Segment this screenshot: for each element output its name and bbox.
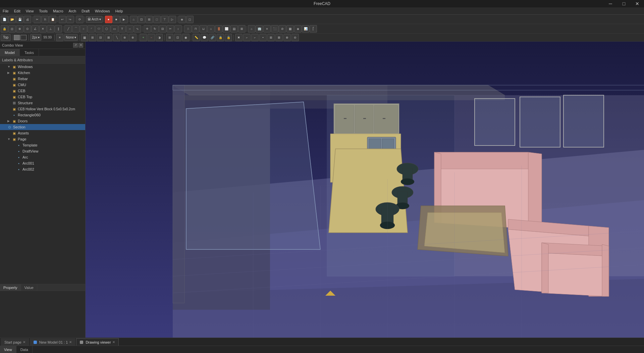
view-selection-button[interactable]: ⊞ [146, 16, 153, 23]
bspline-button[interactable]: ∿ [134, 25, 141, 33]
snap-center-button[interactable]: ⊙ [24, 25, 31, 33]
tree-item-ceb[interactable]: ▶ ▣ CEB [0, 88, 85, 94]
tab-close-icon[interactable]: ✕ [112, 340, 115, 344]
ungroup-button[interactable]: ⊠ [275, 34, 283, 41]
menu-view[interactable]: View [23, 7, 37, 14]
combo-close-button[interactable]: ✕ [78, 43, 83, 48]
offset-button[interactable]: ⊟ [159, 25, 166, 33]
space-button[interactable]: ⬛ [271, 25, 278, 33]
menu-file[interactable]: File [0, 7, 11, 14]
menu-edit[interactable]: Edit [11, 7, 23, 14]
measure-button[interactable]: 📏 [193, 34, 200, 41]
pipe-button[interactable]: ⎡ [310, 25, 317, 33]
snap-perp-button[interactable]: ⊥ [47, 25, 54, 33]
tab-data[interactable]: Data [16, 346, 33, 353]
save-file-button[interactable]: 💾 [16, 16, 23, 23]
view-fit-button[interactable]: ⊡ [138, 16, 145, 23]
elevation-button[interactable]: ⊠ [105, 34, 112, 41]
tree-item-ceb-top[interactable]: ▶ ▣ CEB Top [0, 94, 85, 100]
tree-item-rect060[interactable]: ▶ ▪ Rectangle060 [0, 112, 85, 118]
snap-endpoint-button[interactable]: ◎ [8, 25, 16, 33]
menu-draft[interactable]: Draft [79, 7, 92, 14]
paste-button[interactable]: 📋 [49, 16, 56, 23]
roof-button[interactable]: ⌂ [207, 25, 215, 33]
draft-slope-button[interactable]: ╲ [113, 34, 120, 41]
floor-button[interactable]: ⊔ [200, 25, 207, 33]
execute-macro-button[interactable]: ▶ [120, 16, 128, 23]
tab-view[interactable]: View [0, 346, 16, 353]
refresh-button[interactable]: ⟳ [76, 16, 84, 23]
tab-close-icon[interactable]: ✕ [23, 340, 25, 344]
close-button[interactable]: ✕ [631, 0, 644, 7]
color-swatch-1[interactable] [14, 35, 20, 40]
snap-angle-button[interactable]: ∠ [32, 25, 39, 33]
material-button[interactable]: ◈ [294, 25, 302, 33]
door-button[interactable]: 🚪 [215, 25, 222, 33]
maximize-button[interactable]: □ [617, 0, 631, 7]
tree-item-template[interactable]: ▶ ▪ Template [0, 142, 85, 148]
tab-value[interactable]: Value [21, 284, 37, 291]
draw-style-dropdown[interactable]: None ▾ [64, 34, 78, 41]
menu-windows[interactable]: Windows [92, 7, 113, 14]
zoom-out-button[interactable]: ⊖ [291, 34, 299, 41]
tree-item-draftview[interactable]: ▶ ▪ DraftView [0, 148, 85, 154]
tab-start-page[interactable]: Start page ✕ [1, 338, 29, 346]
minimize-button[interactable]: ─ [604, 0, 617, 7]
constraint-button[interactable]: 🔗 [209, 34, 216, 41]
menu-macro[interactable]: Macro [50, 7, 66, 14]
structure-button[interactable]: ⊓ [192, 25, 199, 33]
arc-button[interactable]: ◜ [88, 25, 95, 33]
line-width-dropdown[interactable]: 2px ▾ [30, 34, 41, 41]
snap-end-button[interactable]: ◉ [182, 34, 190, 41]
toggle-display-button[interactable]: ◑ [156, 34, 163, 41]
tree-item-doors[interactable]: ▶ ▣ Doors [0, 118, 85, 124]
building-button[interactable]: 🏢 [256, 25, 263, 33]
snap-lock-button[interactable]: 🔒 [1, 25, 8, 33]
wall-edit-button[interactable]: ▦ [81, 34, 88, 41]
view-perspective-button[interactable]: ◈ [178, 16, 186, 23]
ellipse-button[interactable]: ⬭ [95, 25, 103, 33]
circle-button[interactable]: ○ [80, 25, 87, 33]
section-edit-button[interactable]: ⊟ [97, 34, 104, 41]
tab-close-icon[interactable]: ✕ [69, 340, 72, 344]
window-button[interactable]: ⬜ [223, 25, 230, 33]
menu-help[interactable]: Help [113, 7, 126, 14]
schedule-button[interactable]: 📊 [302, 25, 309, 33]
view-top-button[interactable]: ⊤ [161, 16, 168, 23]
tree-item-arc001[interactable]: ▶ ▪ Arc001 [0, 160, 85, 166]
site-button[interactable]: ⌂ [248, 25, 255, 33]
close-shape-button[interactable]: ✖ [235, 34, 243, 41]
lock-button[interactable]: 🔒 [217, 34, 224, 41]
color-swatch-2[interactable] [20, 35, 26, 40]
arch-merge-button[interactable]: ⊕ [129, 34, 137, 41]
add-button[interactable]: + [140, 34, 147, 41]
annotate-button[interactable]: 💬 [201, 34, 208, 41]
rebar-button[interactable]: ⊞ [238, 25, 246, 33]
floor-plan-button[interactable]: ⊞ [89, 34, 96, 41]
snap-midpoint-button[interactable]: ⊕ [16, 25, 23, 33]
arch-cut-button[interactable]: ⊗ [121, 34, 128, 41]
workbench-dropdown[interactable]: 🏛 Arch ▾ [86, 16, 103, 23]
cut-button[interactable]: ✂ [34, 16, 41, 23]
chamfer-button[interactable]: ⌐ [251, 34, 259, 41]
snap-parallel-button[interactable]: ∥ [55, 25, 62, 33]
record-macro-button[interactable]: ● [105, 16, 112, 23]
section-button[interactable]: ⊘ [279, 25, 286, 33]
move-button[interactable]: ✛ [144, 25, 151, 33]
tree-item-assets[interactable]: ▶ ▣ Assets [0, 130, 85, 136]
snap-toggle-button[interactable]: ⊡ [174, 34, 181, 41]
tree-item-arc[interactable]: ▶ ▪ Arc [0, 154, 85, 160]
tree-item-ceb-hollow[interactable]: ▶ ▣ CEB Hollow Vent Block 0.5x0.5x0.2cm [0, 106, 85, 112]
wire-button[interactable]: ⌒ [72, 25, 79, 33]
trim-button[interactable]: ✂ [167, 25, 174, 33]
panel-button[interactable]: ▦ [286, 25, 294, 33]
stop-macro-button[interactable]: ■ [113, 16, 120, 23]
rotate-button[interactable]: ↻ [151, 25, 159, 33]
undo-button[interactable]: ↩ [59, 16, 66, 23]
tree-item-kitchen[interactable]: ▶ ▣ Kitchen [0, 70, 85, 76]
redo-button[interactable]: ↪ [66, 16, 74, 23]
sub-button[interactable]: − [148, 34, 155, 41]
stretch-button[interactable]: ↕ [174, 25, 182, 33]
tree-item-page[interactable]: ▼ ▣ Page [0, 136, 85, 142]
menu-arch[interactable]: Arch [66, 7, 79, 14]
